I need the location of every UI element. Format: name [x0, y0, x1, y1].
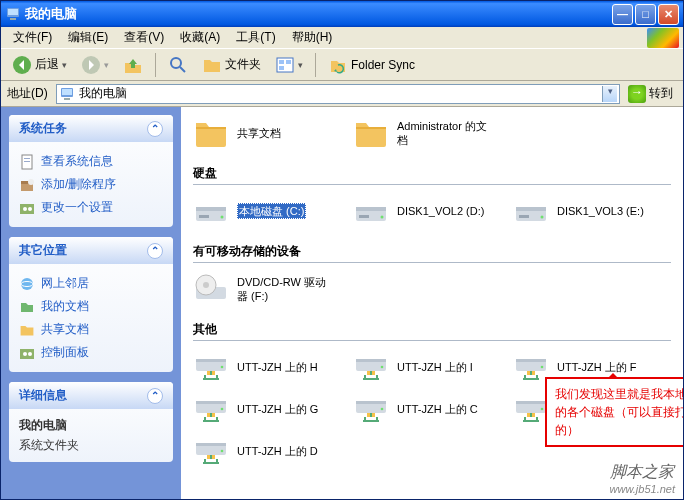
toolbar: 后退▾ ▾ 文件夹 ▾ Folder Sync — [1, 49, 683, 81]
go-icon — [628, 85, 646, 103]
netdrive-icon — [513, 349, 549, 385]
network-icon — [19, 276, 35, 292]
netdrive-icon — [513, 391, 549, 427]
titlebar[interactable]: 我的电脑 — □ ✕ — [1, 1, 683, 27]
netdrive-icon — [353, 349, 389, 385]
sidebar: 系统任务⌃ 查看系统信息 添加/删除程序 更改一个设置 其它位置⌃ 网上邻居 我… — [1, 107, 181, 499]
dropdown-icon[interactable]: ▾ — [602, 86, 617, 102]
netdrive-icon — [193, 349, 229, 385]
place-network[interactable]: 网上邻居 — [19, 272, 163, 295]
menu-favorites[interactable]: 收藏(A) — [172, 27, 228, 48]
detail-type: 系统文件夹 — [19, 438, 79, 452]
panel-header[interactable]: 详细信息⌃ — [9, 382, 173, 409]
item-label: UTT-JZH 上的 C — [397, 402, 478, 416]
separator — [315, 53, 316, 77]
foldersync-button[interactable]: Folder Sync — [323, 52, 420, 78]
body: 系统任务⌃ 查看系统信息 添加/删除程序 更改一个设置 其它位置⌃ 网上邻居 我… — [1, 107, 683, 499]
menu-file[interactable]: 文件(F) — [5, 27, 60, 48]
drive-item[interactable]: 本地磁盘 (C:) — [193, 193, 333, 229]
computer-icon — [59, 86, 75, 102]
network-drive-item[interactable]: UTT-JZH 上的 I — [353, 349, 493, 385]
place-mydocs[interactable]: 我的文档 — [19, 295, 163, 318]
network-drive-item[interactable]: UTT-JZH 上的 H — [193, 349, 333, 385]
menu-view[interactable]: 查看(V) — [116, 27, 172, 48]
item-label: UTT-JZH 上的 I — [397, 360, 473, 374]
menu-edit[interactable]: 编辑(E) — [60, 27, 116, 48]
panel-header[interactable]: 其它位置⌃ — [9, 237, 173, 264]
minimize-button[interactable]: — — [612, 4, 633, 25]
network-drive-item[interactable]: UTT-JZH 上的 C — [353, 391, 493, 427]
item-label: Administrator 的文档 — [397, 119, 493, 148]
drive-icon — [353, 193, 389, 229]
netdrive-icon — [193, 391, 229, 427]
address-value: 我的电脑 — [79, 85, 602, 102]
collapse-icon[interactable]: ⌃ — [147, 121, 163, 137]
separator — [155, 53, 156, 77]
forward-icon — [81, 55, 101, 75]
folders-icon — [202, 55, 222, 75]
network-drive-item[interactable]: UTT-JZH 上的 G — [193, 391, 333, 427]
group-header: 其他 — [193, 321, 671, 341]
menu-help[interactable]: 帮助(H) — [284, 27, 341, 48]
content-area[interactable]: 共享文档Administrator 的文档 硬盘 本地磁盘 (C:)DISK1_… — [181, 107, 683, 499]
windows-logo-icon — [647, 28, 679, 48]
close-button[interactable]: ✕ — [658, 4, 679, 25]
collapse-icon[interactable]: ⌃ — [147, 243, 163, 259]
address-label: 地址(D) — [7, 85, 52, 102]
chevron-down-icon: ▾ — [104, 60, 109, 70]
forward-button[interactable]: ▾ — [76, 52, 114, 78]
panel-system-tasks: 系统任务⌃ 查看系统信息 添加/删除程序 更改一个设置 — [9, 115, 173, 227]
group-files: 共享文档Administrator 的文档 — [193, 115, 671, 151]
folder-icon — [193, 115, 229, 151]
menubar: 文件(F) 编辑(E) 查看(V) 收藏(A) 工具(T) 帮助(H) — [1, 27, 683, 49]
task-add-remove[interactable]: 添加/删除程序 — [19, 173, 163, 196]
item-label: DISK1_VOL2 (D:) — [397, 204, 484, 218]
network-drive-item[interactable]: UTT-JZH 上的 D — [193, 433, 333, 469]
place-shared[interactable]: 共享文档 — [19, 318, 163, 341]
item-label: 本地磁盘 (C:) — [237, 203, 306, 219]
control-icon — [19, 200, 35, 216]
doc-icon — [19, 154, 35, 170]
folders-button[interactable]: 文件夹 — [197, 52, 266, 78]
explorer-window: 我的电脑 — □ ✕ 文件(F) 编辑(E) 查看(V) 收藏(A) 工具(T)… — [0, 0, 684, 500]
back-button[interactable]: 后退▾ — [7, 52, 72, 78]
search-button[interactable] — [163, 52, 193, 78]
task-system-info[interactable]: 查看系统信息 — [19, 150, 163, 173]
item-label: UTT-JZH 上的 F — [557, 360, 636, 374]
panel-header[interactable]: 系统任务⌃ — [9, 115, 173, 142]
annotation-callout: 我们发现这里就是我本地电脑的各个磁盘（可以直接打开的） — [545, 377, 683, 447]
item-label: UTT-JZH 上的 H — [237, 360, 318, 374]
watermark: 脚本之家www.jb51.net — [610, 462, 675, 495]
group-removable: 有可移动存储的设备 DVD/CD-RW 驱动器 (F:) — [193, 243, 671, 307]
address-combo[interactable]: 我的电脑 ▾ — [56, 84, 620, 104]
back-icon — [12, 55, 32, 75]
menu-tools[interactable]: 工具(T) — [228, 27, 283, 48]
up-icon — [123, 55, 143, 75]
control-icon — [19, 345, 35, 361]
folder-item[interactable]: Administrator 的文档 — [353, 115, 493, 151]
maximize-button[interactable]: □ — [635, 4, 656, 25]
chevron-down-icon: ▾ — [298, 60, 303, 70]
cdrom-item[interactable]: DVD/CD-RW 驱动器 (F:) — [193, 271, 333, 307]
drive-icon — [513, 193, 549, 229]
netdrive-icon — [193, 433, 229, 469]
folder-item[interactable]: 共享文档 — [193, 115, 333, 151]
folder-icon — [353, 115, 389, 151]
place-controlpanel[interactable]: 控制面板 — [19, 341, 163, 364]
item-label: DISK1_VOL3 (E:) — [557, 204, 644, 218]
task-change-setting[interactable]: 更改一个设置 — [19, 196, 163, 219]
collapse-icon[interactable]: ⌃ — [147, 388, 163, 404]
views-icon — [275, 55, 295, 75]
go-button[interactable]: 转到 — [624, 84, 677, 104]
box-icon — [19, 177, 35, 193]
address-bar: 地址(D) 我的电脑 ▾ 转到 — [1, 81, 683, 107]
drive-item[interactable]: DISK1_VOL2 (D:) — [353, 193, 493, 229]
views-button[interactable]: ▾ — [270, 52, 308, 78]
group-header: 有可移动存储的设备 — [193, 243, 671, 263]
up-button[interactable] — [118, 52, 148, 78]
group-header: 硬盘 — [193, 165, 671, 185]
detail-name: 我的电脑 — [19, 417, 163, 434]
window-title: 我的电脑 — [25, 5, 610, 23]
drive-item[interactable]: DISK1_VOL3 (E:) — [513, 193, 653, 229]
search-icon — [168, 55, 188, 75]
